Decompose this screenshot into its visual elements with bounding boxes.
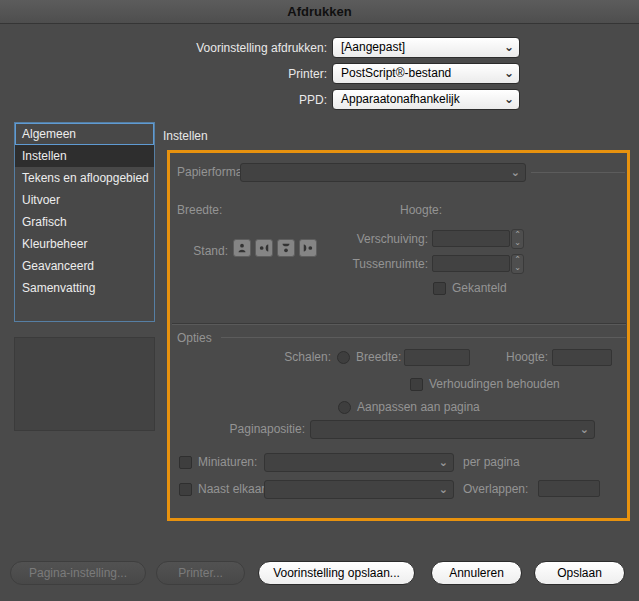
tile-label: Naast elkaar: bbox=[198, 480, 269, 499]
stepper-down-icon: ⌄ bbox=[514, 239, 521, 247]
print-preset-label: Voorinstelling afdrukken: bbox=[120, 38, 327, 59]
fit-to-page-label: Aanpassen aan pagina bbox=[357, 398, 480, 417]
scale-radio[interactable] bbox=[337, 351, 350, 364]
paper-width-label: Breedte: bbox=[177, 201, 222, 220]
sidebar-item-kleurbeheer[interactable]: Kleurbeheer bbox=[15, 233, 154, 255]
offset-input[interactable] bbox=[432, 230, 510, 247]
sidebar-item-tekens-en-afloopgebied[interactable]: Tekens en afloopgebied bbox=[15, 167, 154, 189]
overlap-label: Overlappen: bbox=[463, 480, 528, 499]
paper-height-label: Hoogte: bbox=[400, 201, 442, 220]
printer-select[interactable]: PostScript®-bestand ⌄ bbox=[332, 63, 520, 84]
sidebar-item-instellen[interactable]: Instellen bbox=[15, 145, 154, 167]
landscape-icon[interactable] bbox=[255, 239, 273, 257]
ppd-select[interactable]: Apparaatonafhankelijk ⌄ bbox=[332, 89, 520, 110]
gap-input[interactable] bbox=[432, 255, 510, 272]
page-position-select[interactable]: ⌄ bbox=[310, 420, 595, 439]
options-group-line bbox=[221, 337, 626, 338]
tile-mode-select[interactable]: ⌄ bbox=[264, 480, 454, 499]
sidebar-item-geavanceerd[interactable]: Geavanceerd bbox=[15, 255, 154, 277]
thumbnails-label: Miniaturen: bbox=[198, 453, 257, 472]
transverse-label: Gekanteld bbox=[452, 279, 507, 298]
thumbnails-checkbox[interactable] bbox=[179, 456, 192, 469]
pane-heading: Instellen bbox=[163, 129, 208, 143]
chevron-down-icon: ⌄ bbox=[504, 90, 514, 109]
constrain-proportions-checkbox[interactable] bbox=[410, 378, 423, 391]
print-preset-select[interactable]: [Aangepast] ⌄ bbox=[332, 37, 520, 58]
page-setup-button[interactable]: Pagina-instelling... bbox=[10, 561, 146, 585]
sidebar-item-samenvatting[interactable]: Samenvatting bbox=[15, 277, 154, 299]
chevron-down-icon: ⌄ bbox=[439, 454, 448, 471]
scale-height-label: Hoogte: bbox=[495, 348, 548, 367]
save-preset-button[interactable]: Voorinstelling opslaan... bbox=[258, 561, 415, 585]
ppd-label: PPD: bbox=[120, 90, 327, 111]
gap-label: Tussenruimte: bbox=[330, 255, 428, 274]
paper-size-select[interactable]: ⌄ bbox=[240, 163, 526, 182]
printer-label: Printer: bbox=[120, 64, 327, 85]
window-titlebar: Afdrukken bbox=[0, 0, 639, 24]
options-heading: Opties bbox=[177, 329, 212, 348]
chevron-down-icon: ⌄ bbox=[504, 64, 514, 83]
save-button[interactable]: Opslaan bbox=[534, 561, 625, 585]
offset-stepper[interactable]: ⌃ ⌄ bbox=[511, 229, 524, 249]
scale-width-input[interactable] bbox=[404, 349, 470, 366]
scale-label: Schalen: bbox=[250, 348, 331, 367]
page-preview bbox=[14, 337, 155, 431]
cancel-button[interactable]: Annuleren bbox=[431, 561, 522, 585]
print-preset-value: [Aangepast] bbox=[341, 40, 405, 54]
sidebar-item-uitvoer[interactable]: Uitvoer bbox=[15, 189, 154, 211]
portrait-icon[interactable] bbox=[233, 239, 251, 257]
window-title: Afdrukken bbox=[287, 4, 351, 19]
reverse-portrait-icon[interactable] bbox=[277, 239, 295, 257]
group-divider bbox=[172, 323, 626, 325]
chevron-down-icon: ⌄ bbox=[439, 481, 448, 498]
scale-height-input[interactable] bbox=[552, 349, 612, 366]
sidebar-item-grafisch[interactable]: Grafisch bbox=[15, 211, 154, 233]
tile-checkbox[interactable] bbox=[179, 483, 192, 496]
reverse-landscape-icon[interactable] bbox=[299, 239, 317, 257]
chevron-down-icon: ⌄ bbox=[580, 421, 589, 438]
gap-stepper[interactable]: ⌃ ⌄ bbox=[511, 254, 524, 274]
group-border-line bbox=[531, 172, 625, 173]
chevron-down-icon: ⌄ bbox=[511, 164, 520, 181]
sidebar-item-algemeen[interactable]: Algemeen bbox=[15, 123, 154, 145]
print-sections-list: Algemeen Instellen Tekens en afloopgebie… bbox=[14, 122, 155, 322]
printer-value: PostScript®-bestand bbox=[341, 66, 451, 80]
scale-width-label: Breedte: bbox=[356, 348, 401, 367]
orientation-label: Stand: bbox=[170, 242, 228, 261]
fit-to-page-radio[interactable] bbox=[338, 401, 351, 414]
chevron-down-icon: ⌄ bbox=[504, 38, 514, 57]
stepper-down-icon: ⌄ bbox=[514, 264, 521, 272]
transverse-checkbox[interactable] bbox=[433, 282, 446, 295]
overlap-input[interactable] bbox=[538, 480, 600, 497]
offset-label: Verschuiving: bbox=[330, 230, 428, 249]
page-position-label: Paginapositie: bbox=[215, 420, 305, 439]
ppd-value: Apparaatonafhankelijk bbox=[341, 92, 460, 106]
thumbnails-per-page-select[interactable]: ⌄ bbox=[264, 453, 454, 472]
constrain-proportions-label: Verhoudingen behouden bbox=[429, 375, 560, 394]
per-page-label: per pagina bbox=[463, 453, 520, 472]
printer-button[interactable]: Printer... bbox=[156, 561, 245, 585]
